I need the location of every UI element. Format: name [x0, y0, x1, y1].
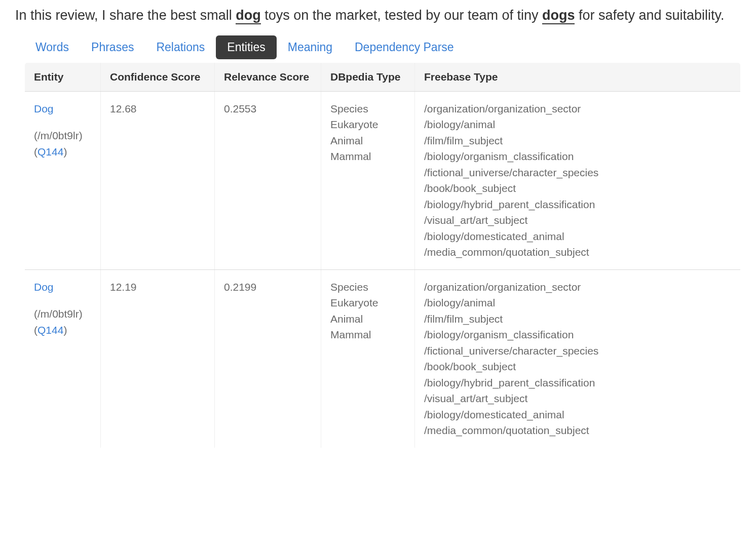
freebase-type: /fictional_universe/character_species [424, 165, 731, 181]
freebase-type: /visual_art/art_subject [424, 390, 731, 407]
freebase-type: /book/book_subject [424, 180, 731, 197]
entity-ids: (/m/0bt9lr)(Q144) [34, 128, 91, 160]
cell-confidence: 12.68 [101, 91, 215, 269]
highlight-dog: dog [236, 8, 260, 24]
freebase-type: /media_common/quotation_subject [424, 422, 731, 439]
freebase-type: /biology/hybrid_parent_classification [424, 197, 731, 213]
freebase-type: /biology/animal [424, 116, 731, 133]
cell-confidence: 12.19 [101, 269, 215, 448]
dbpedia-type: Eukaryote [330, 116, 405, 133]
entity-wikidata-wrap: (Q144) [34, 322, 91, 338]
dbpedia-type: Animal [330, 311, 405, 327]
freebase-type: /organization/organization_sector [424, 101, 731, 117]
col-dbpedia: DBpedia Type [321, 62, 415, 91]
sentence-text-pre: In this review, I share the best small [15, 8, 236, 23]
freebase-type: /visual_art/art_subject [424, 212, 731, 228]
entity-mid: (/m/0bt9lr) [34, 306, 91, 322]
entity-wikidata-link[interactable]: Q144 [37, 146, 63, 158]
sentence-text-post: for safety and suitability. [575, 8, 724, 23]
cell-entity: Dog(/m/0bt9lr)(Q144) [25, 91, 101, 269]
cell-entity: Dog(/m/0bt9lr)(Q144) [25, 269, 101, 448]
tab-meaning[interactable]: Meaning [277, 35, 344, 59]
entity-link[interactable]: Dog [34, 279, 91, 295]
tabs-bar: Words Phrases Relations Entities Meaning… [15, 35, 741, 59]
freebase-type: /biology/organism_classification [424, 327, 731, 343]
cell-relevance: 0.2199 [215, 269, 321, 448]
entity-ids: (/m/0bt9lr)(Q144) [34, 306, 91, 338]
col-confidence: Confidence Score [101, 62, 215, 91]
freebase-type: /biology/organism_classification [424, 148, 731, 165]
dbpedia-type: Species [330, 101, 405, 117]
entities-table: Entity Confidence Score Relevance Score … [24, 62, 741, 448]
freebase-type: /biology/domesticated_animal [424, 407, 731, 423]
cell-freebase: /organization/organization_sector/biolog… [415, 91, 741, 269]
freebase-type: /book/book_subject [424, 359, 731, 375]
freebase-type: /biology/domesticated_animal [424, 228, 731, 245]
dbpedia-type: Mammal [330, 148, 405, 165]
cell-freebase: /organization/organization_sector/biolog… [415, 269, 741, 448]
dbpedia-type: Species [330, 279, 405, 295]
cell-relevance: 0.2553 [215, 91, 321, 269]
freebase-type: /organization/organization_sector [424, 279, 731, 295]
entity-link[interactable]: Dog [34, 101, 91, 117]
table-header-row: Entity Confidence Score Relevance Score … [25, 62, 741, 91]
dbpedia-type: Eukaryote [330, 295, 405, 311]
cell-dbpedia: SpeciesEukaryoteAnimalMammal [321, 269, 415, 448]
freebase-type: /fictional_universe/character_species [424, 343, 731, 359]
freebase-type: /biology/hybrid_parent_classification [424, 375, 731, 391]
highlight-dogs: dogs [542, 8, 575, 24]
cell-dbpedia: SpeciesEukaryoteAnimalMammal [321, 91, 415, 269]
tab-relations[interactable]: Relations [145, 35, 216, 59]
table-row: Dog(/m/0bt9lr)(Q144)12.190.2199SpeciesEu… [25, 269, 741, 448]
freebase-type: /media_common/quotation_subject [424, 244, 731, 260]
tab-phrases[interactable]: Phrases [80, 35, 145, 59]
entity-mid: (/m/0bt9lr) [34, 128, 91, 144]
entity-wikidata-link[interactable]: Q144 [37, 324, 63, 336]
entity-wikidata-wrap: (Q144) [34, 144, 91, 160]
freebase-type: /film/film_subject [424, 133, 731, 149]
col-entity: Entity [25, 62, 101, 91]
col-freebase: Freebase Type [415, 62, 741, 91]
col-relevance: Relevance Score [215, 62, 321, 91]
tab-entities[interactable]: Entities [216, 35, 276, 59]
dbpedia-type: Animal [330, 133, 405, 149]
tab-dependency-parse[interactable]: Dependency Parse [344, 35, 465, 59]
sentence-text-mid: toys on the market, tested by our team o… [261, 8, 542, 23]
dbpedia-type: Mammal [330, 327, 405, 343]
table-row: Dog(/m/0bt9lr)(Q144)12.680.2553SpeciesEu… [25, 91, 741, 269]
freebase-type: /film/film_subject [424, 311, 731, 327]
tab-words[interactable]: Words [24, 35, 80, 59]
freebase-type: /biology/animal [424, 295, 731, 311]
analyzed-sentence: In this review, I share the best small d… [15, 5, 741, 26]
